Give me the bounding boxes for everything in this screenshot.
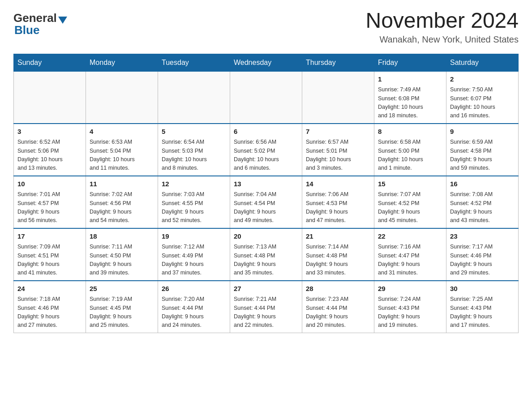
day-number: 7 — [306, 127, 370, 137]
day-number: 13 — [234, 179, 298, 189]
calendar-cell: 25Sunrise: 7:19 AMSunset: 4:45 PMDayligh… — [86, 281, 158, 333]
calendar-cell — [230, 71, 302, 124]
day-number: 19 — [162, 231, 226, 242]
calendar-cell: 15Sunrise: 7:07 AMSunset: 4:52 PMDayligh… — [374, 176, 446, 228]
day-number: 11 — [90, 179, 154, 189]
month-title: November 2024 — [365, 9, 519, 33]
day-info: Sunrise: 7:08 AMSunset: 4:52 PMDaylight:… — [450, 190, 515, 225]
calendar-cell: 20Sunrise: 7:13 AMSunset: 4:48 PMDayligh… — [230, 228, 302, 281]
calendar-cell: 9Sunrise: 6:59 AMSunset: 4:58 PMDaylight… — [446, 124, 519, 176]
logo-triangle-icon — [58, 17, 67, 24]
logo-blue-text: Blue — [13, 23, 39, 37]
day-info: Sunrise: 7:12 AMSunset: 4:49 PMDaylight:… — [162, 243, 226, 278]
calendar-cell: 30Sunrise: 7:25 AMSunset: 4:43 PMDayligh… — [446, 281, 519, 333]
day-number: 22 — [378, 231, 442, 242]
day-info: Sunrise: 7:01 AMSunset: 4:57 PMDaylight:… — [17, 190, 82, 225]
calendar-cell: 22Sunrise: 7:16 AMSunset: 4:47 PMDayligh… — [374, 228, 446, 281]
day-info: Sunrise: 7:06 AMSunset: 4:53 PMDaylight:… — [306, 190, 370, 225]
day-info: Sunrise: 7:04 AMSunset: 4:54 PMDaylight:… — [234, 190, 298, 225]
calendar-week-row: 17Sunrise: 7:09 AMSunset: 4:51 PMDayligh… — [14, 228, 519, 281]
calendar-cell: 27Sunrise: 7:21 AMSunset: 4:44 PMDayligh… — [230, 281, 302, 333]
calendar-header-thursday: Thursday — [302, 54, 374, 71]
day-info: Sunrise: 7:03 AMSunset: 4:55 PMDaylight:… — [162, 190, 226, 225]
day-number: 27 — [234, 284, 298, 294]
calendar-header-friday: Friday — [374, 54, 446, 71]
day-info: Sunrise: 6:59 AMSunset: 4:58 PMDaylight:… — [450, 138, 515, 173]
calendar-week-row: 10Sunrise: 7:01 AMSunset: 4:57 PMDayligh… — [14, 176, 519, 228]
calendar-cell: 24Sunrise: 7:18 AMSunset: 4:46 PMDayligh… — [14, 281, 86, 333]
day-info: Sunrise: 7:21 AMSunset: 4:44 PMDaylight:… — [234, 295, 298, 330]
calendar-cell: 19Sunrise: 7:12 AMSunset: 4:49 PMDayligh… — [158, 228, 230, 281]
calendar-header-wednesday: Wednesday — [230, 54, 302, 71]
day-info: Sunrise: 6:58 AMSunset: 5:00 PMDaylight:… — [378, 138, 442, 173]
day-number: 4 — [90, 127, 154, 137]
calendar-cell: 7Sunrise: 6:57 AMSunset: 5:01 PMDaylight… — [302, 124, 374, 176]
day-info: Sunrise: 7:16 AMSunset: 4:47 PMDaylight:… — [378, 243, 442, 278]
day-info: Sunrise: 6:52 AMSunset: 5:06 PMDaylight:… — [17, 138, 82, 173]
day-number: 26 — [162, 284, 226, 294]
day-number: 10 — [17, 179, 82, 189]
calendar-header-monday: Monday — [86, 54, 158, 71]
day-number: 16 — [450, 179, 515, 189]
day-number: 15 — [378, 179, 442, 189]
day-number: 1 — [378, 74, 442, 85]
day-info: Sunrise: 6:54 AMSunset: 5:03 PMDaylight:… — [162, 138, 226, 173]
calendar-cell — [14, 71, 86, 124]
day-number: 3 — [17, 127, 82, 137]
calendar-cell: 5Sunrise: 6:54 AMSunset: 5:03 PMDaylight… — [158, 124, 230, 176]
calendar-cell: 28Sunrise: 7:23 AMSunset: 4:44 PMDayligh… — [302, 281, 374, 333]
calendar-header-sunday: Sunday — [14, 54, 86, 71]
calendar-cell: 16Sunrise: 7:08 AMSunset: 4:52 PMDayligh… — [446, 176, 519, 228]
calendar-cell: 23Sunrise: 7:17 AMSunset: 4:46 PMDayligh… — [446, 228, 519, 281]
calendar-cell: 29Sunrise: 7:24 AMSunset: 4:43 PMDayligh… — [374, 281, 446, 333]
calendar-header-saturday: Saturday — [446, 54, 519, 71]
day-info: Sunrise: 6:57 AMSunset: 5:01 PMDaylight:… — [306, 138, 370, 173]
calendar-cell: 4Sunrise: 6:53 AMSunset: 5:04 PMDaylight… — [86, 124, 158, 176]
calendar-cell: 13Sunrise: 7:04 AMSunset: 4:54 PMDayligh… — [230, 176, 302, 228]
day-number: 9 — [450, 127, 515, 137]
day-info: Sunrise: 7:11 AMSunset: 4:50 PMDaylight:… — [90, 243, 154, 278]
day-number: 6 — [234, 127, 298, 137]
day-info: Sunrise: 7:09 AMSunset: 4:51 PMDaylight:… — [17, 243, 82, 278]
calendar-cell: 8Sunrise: 6:58 AMSunset: 5:00 PMDaylight… — [374, 124, 446, 176]
calendar-cell: 10Sunrise: 7:01 AMSunset: 4:57 PMDayligh… — [14, 176, 86, 228]
calendar-cell: 11Sunrise: 7:02 AMSunset: 4:56 PMDayligh… — [86, 176, 158, 228]
day-info: Sunrise: 7:07 AMSunset: 4:52 PMDaylight:… — [378, 190, 442, 225]
day-number: 5 — [162, 127, 226, 137]
day-number: 28 — [306, 284, 370, 294]
calendar-cell: 1Sunrise: 7:49 AMSunset: 6:08 PMDaylight… — [374, 71, 446, 124]
day-number: 12 — [162, 179, 226, 189]
day-info: Sunrise: 6:53 AMSunset: 5:04 PMDaylight:… — [90, 138, 154, 173]
day-info: Sunrise: 7:02 AMSunset: 4:56 PMDaylight:… — [90, 190, 154, 225]
day-number: 29 — [378, 284, 442, 294]
calendar-header-tuesday: Tuesday — [158, 54, 230, 71]
day-number: 21 — [306, 231, 370, 242]
calendar-cell: 18Sunrise: 7:11 AMSunset: 4:50 PMDayligh… — [86, 228, 158, 281]
calendar-cell — [158, 71, 230, 124]
day-number: 2 — [450, 74, 515, 85]
day-number: 17 — [17, 231, 82, 242]
calendar-cell: 3Sunrise: 6:52 AMSunset: 5:06 PMDaylight… — [14, 124, 86, 176]
calendar-cell: 12Sunrise: 7:03 AMSunset: 4:55 PMDayligh… — [158, 176, 230, 228]
calendar-cell — [302, 71, 374, 124]
location-subtitle: Wanakah, New York, United States — [365, 34, 519, 45]
day-number: 23 — [450, 231, 515, 242]
day-info: Sunrise: 7:17 AMSunset: 4:46 PMDaylight:… — [450, 243, 515, 278]
calendar-cell: 14Sunrise: 7:06 AMSunset: 4:53 PMDayligh… — [302, 176, 374, 228]
calendar-cell: 26Sunrise: 7:20 AMSunset: 4:44 PMDayligh… — [158, 281, 230, 333]
day-number: 18 — [90, 231, 154, 242]
day-info: Sunrise: 7:23 AMSunset: 4:44 PMDaylight:… — [306, 295, 370, 330]
calendar-cell: 6Sunrise: 6:56 AMSunset: 5:02 PMDaylight… — [230, 124, 302, 176]
day-info: Sunrise: 7:19 AMSunset: 4:45 PMDaylight:… — [90, 295, 154, 330]
calendar-week-row: 3Sunrise: 6:52 AMSunset: 5:06 PMDaylight… — [14, 124, 519, 176]
day-info: Sunrise: 6:56 AMSunset: 5:02 PMDaylight:… — [234, 138, 298, 173]
day-info: Sunrise: 7:14 AMSunset: 4:48 PMDaylight:… — [306, 243, 370, 278]
day-info: Sunrise: 7:49 AMSunset: 6:08 PMDaylight:… — [378, 86, 442, 120]
day-info: Sunrise: 7:13 AMSunset: 4:48 PMDaylight:… — [234, 243, 298, 278]
day-info: Sunrise: 7:25 AMSunset: 4:43 PMDaylight:… — [450, 295, 515, 330]
title-section: November 2024 Wanakah, New York, United … — [365, 9, 519, 45]
calendar-cell: 17Sunrise: 7:09 AMSunset: 4:51 PMDayligh… — [14, 228, 86, 281]
page-header: General Blue November 2024 Wanakah, New … — [13, 9, 519, 45]
calendar-cell: 2Sunrise: 7:50 AMSunset: 6:07 PMDaylight… — [446, 71, 519, 124]
day-number: 20 — [234, 231, 298, 242]
